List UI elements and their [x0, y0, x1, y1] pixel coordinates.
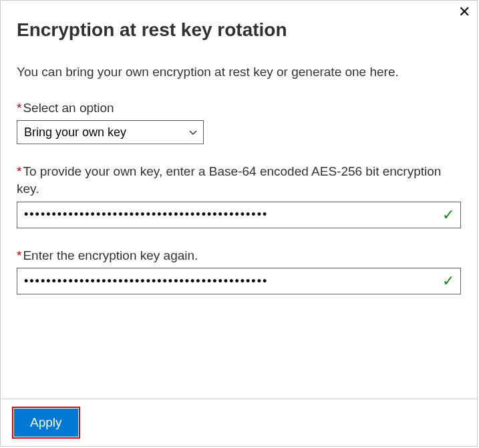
- key-field-label-text: To provide your own key, enter a Base-64…: [17, 164, 441, 196]
- select-option-label: *Select an option: [17, 99, 461, 117]
- select-option-label-text: Select an option: [23, 101, 114, 115]
- dialog-title: Encryption at rest key rotation: [17, 19, 461, 41]
- required-indicator: *: [17, 248, 21, 262]
- key-confirm-input-wrapper: ✓: [17, 268, 461, 294]
- key-field-group: *To provide your own key, enter a Base-6…: [17, 163, 461, 228]
- select-wrapper: Bring your own key: [17, 120, 204, 144]
- option-select[interactable]: Bring your own key: [17, 120, 204, 144]
- key-field-label: *To provide your own key, enter a Base-6…: [17, 163, 461, 197]
- dialog-description: You can bring your own encryption at res…: [17, 63, 461, 81]
- required-indicator: *: [17, 101, 21, 115]
- required-indicator: *: [17, 164, 21, 178]
- select-option-group: *Select an option Bring your own key: [17, 99, 461, 145]
- apply-button[interactable]: Apply: [14, 409, 78, 437]
- key-input-wrapper: ✓: [17, 202, 461, 228]
- dialog-footer: Apply: [1, 399, 477, 446]
- encryption-key-input[interactable]: [17, 202, 461, 228]
- close-icon[interactable]: ✕: [458, 5, 470, 19]
- key-rotation-dialog: ✕ Encryption at rest key rotation You ca…: [0, 0, 478, 447]
- key-confirm-field-label: *Enter the encryption key again.: [17, 247, 461, 264]
- key-confirm-field-label-text: Enter the encryption key again.: [23, 248, 198, 262]
- key-confirm-field-group: *Enter the encryption key again. ✓: [17, 247, 461, 295]
- checkmark-icon: ✓: [442, 272, 454, 290]
- encryption-key-confirm-input[interactable]: [17, 268, 461, 294]
- dialog-content: Encryption at rest key rotation You can …: [1, 1, 477, 399]
- checkmark-icon: ✓: [442, 206, 454, 224]
